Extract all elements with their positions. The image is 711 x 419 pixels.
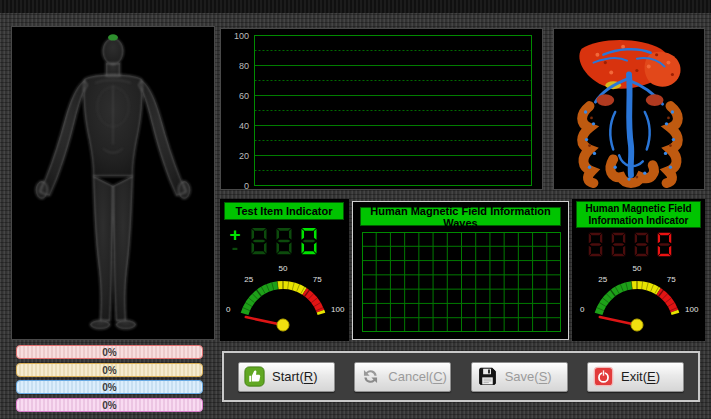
start-button[interactable]: Start(R) [238,362,335,392]
cancel-button[interactable]: Cancel(C) [354,362,451,392]
body-xray-panel [11,26,215,340]
organs-panel [553,28,705,190]
gauge-tick-label: 25 [244,275,253,284]
button-label: Save(S) [505,369,552,384]
progress-label: 0% [102,365,116,376]
test-indicator-panel: Test Item Indicator + - 0255075100 [220,199,349,341]
progress-label: 0% [102,382,116,393]
progress-bar-1: 0% [16,345,203,359]
chart-ytick-label: 20 [239,151,249,161]
head-marker [108,34,118,40]
test-digital-display: + - [226,224,320,258]
save-button[interactable]: Save(S) [471,362,568,392]
seven-segment-digit [298,226,320,256]
button-label: Cancel(C) [388,369,447,384]
progress-bar-3: 0% [16,380,203,394]
app-root: { "colors": { "banner_green": "#00c400",… [0,0,711,419]
refresh-icon [360,366,381,387]
sign-indicator: + - [226,228,244,254]
window-top-strip [0,0,711,13]
chart-ytick-label: 40 [239,121,249,131]
field-title-line2: Information Indicator [589,215,689,227]
seven-segment-digit [631,231,652,258]
power-icon [593,366,614,387]
field-digital-display [585,230,675,258]
seven-segment-digit [248,226,270,256]
progress-label: 0% [102,400,116,411]
chart-ytick-label: 0 [244,181,249,191]
seven-segment-digit [273,226,295,256]
exit-button[interactable]: Exit(E) [587,362,684,392]
gauge-tick-label: 0 [580,305,585,314]
field-gauge: 0255075100 [576,257,701,341]
chart-ytick-label: 80 [239,61,249,71]
organs-image [554,29,704,189]
field-indicator-title: Human Magnetic Field Information Indicat… [576,201,701,228]
seven-segment-digit [608,231,629,258]
human-body-xray-image [12,27,214,339]
button-label: Start(R) [272,369,318,384]
chart-ytick-label: 100 [234,31,249,41]
seven-segment-digit [654,231,675,258]
chart-y-axis: 020406080100 [221,29,252,191]
gauge-tick-label: 100 [685,305,699,314]
test-indicator-title: Test Item Indicator [224,202,344,220]
waves-title: Human Magnetic Field Information Waves [360,207,561,226]
field-indicator-panel: Human Magnetic Field Information Indicat… [572,199,705,341]
waves-grid [362,232,561,332]
gauge-tick-label: 50 [279,264,288,273]
thumb-up-icon [244,366,265,387]
progress-bar-4: 0% [16,398,203,412]
floppy-icon [477,366,498,387]
button-label: Exit(E) [621,369,660,384]
chart-grid [254,29,542,191]
progress-bar-2: 0% [16,363,203,377]
minus-sign: - [232,241,238,254]
gauge-tick-label: 0 [226,305,231,314]
test-seven-segment-digits [248,226,320,256]
gauge-tick-label: 100 [331,305,345,314]
test-gauge: 0255075100 [222,257,347,341]
field-title-line1: Human Magnetic Field [585,203,691,215]
gauge-tick-label: 75 [313,275,322,284]
progress-label: 0% [102,347,116,358]
waves-panel: Human Magnetic Field Information Waves [352,201,569,340]
measurement-chart-panel: 020406080100 [220,28,543,190]
gauge-tick-label: 25 [598,275,607,284]
chart-ytick-label: 60 [239,91,249,101]
seven-segment-digit [585,231,606,258]
action-button-bar: Start(R)Cancel(C)Save(S)Exit(E) [222,351,700,402]
gauge-tick-label: 75 [667,275,676,284]
gauge-tick-label: 50 [633,264,642,273]
